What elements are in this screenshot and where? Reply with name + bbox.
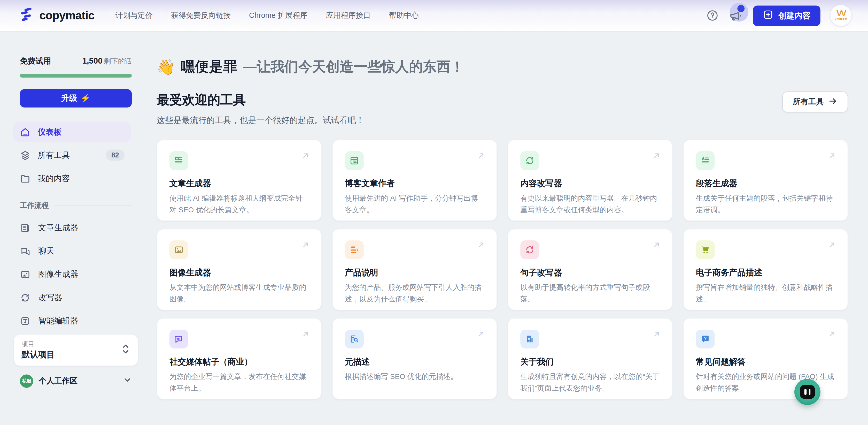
sentence-rewriter-icon	[520, 240, 539, 259]
nav-chrome-extension[interactable]: Chrome 扩展程序	[249, 10, 308, 21]
tool-card-description: 以有助于提高转化率的方式重写句子或段落。	[520, 282, 660, 305]
tool-card-sentence-rewriter[interactable]: 句子改写器 以有助于提高转化率的方式重写句子或段落。	[507, 229, 673, 310]
tool-card-faq[interactable]: ? 常见问题解答 针对有关您的业务或网站的问题 (FAQ) 生成创造性的答案。	[683, 318, 848, 399]
tool-card-content-rewriter[interactable]: 内容改写器 有史以来最聪明的内容重写器。在几秒钟内重写博客文章或任何类型的内容。	[507, 140, 673, 221]
sidebar-item-article-generator[interactable]: 文章生成器	[13, 216, 131, 239]
sidebar-item-label: 聊天	[38, 246, 54, 256]
open-tool-arrow-icon	[652, 240, 661, 252]
logo-wordmark: copymatic	[39, 9, 94, 22]
tool-card-about-us[interactable]: 关于我们 生成独特且富有创意的内容，以在您的“关于我们”页面上代表您的业务。	[507, 318, 673, 399]
open-tool-arrow-icon	[476, 240, 486, 252]
article-icon	[20, 222, 30, 233]
create-content-button[interactable]: 创建内容	[753, 5, 820, 26]
help-icon[interactable]	[706, 9, 718, 22]
tools-count-badge: 82	[106, 150, 125, 161]
announcements-icon[interactable]	[728, 8, 743, 23]
tool-card-title: 常见问题解答	[696, 357, 835, 367]
sidebar-item-image-generator[interactable]: 图像生成器	[13, 263, 131, 286]
sidebar-item-dashboard[interactable]: 仪表板	[13, 122, 131, 142]
image-icon	[20, 269, 30, 280]
nav-help-center[interactable]: 帮助中心	[389, 10, 419, 21]
tool-card-description: 使用此 AI 编辑器将标题和大纲变成完全针对 SEO 优化的长篇文章。	[169, 193, 309, 216]
copymatic-logo[interactable]: copymatic	[20, 7, 94, 24]
tool-card-description: 生成独特且富有创意的内容，以在您的“关于我们”页面上代表您的业务。	[520, 371, 660, 394]
tool-card-product-description[interactable]: 产品说明 为您的产品、服务或网站写下引人入胜的描述，以及为什么值得购买。	[332, 229, 497, 310]
paragraph-generator-icon	[696, 151, 715, 170]
project-info: 项目 默认项目	[22, 340, 55, 360]
popular-tools-titles: 最受欢迎的工具 这些是最流行的工具，也是一个很好的起点。试试看吧！	[157, 91, 364, 126]
plan-row: 免费试用 1,500剩下的话	[20, 57, 132, 67]
header-actions: 创建内容 VV 无知博是罪	[706, 5, 851, 26]
sidebar-item-label: 图像生成器	[38, 269, 78, 280]
chat-widget-button[interactable]	[795, 379, 820, 405]
image-generator-icon	[169, 240, 188, 259]
open-tool-arrow-icon	[476, 151, 486, 162]
project-selector[interactable]: 项目 默认项目	[13, 334, 138, 366]
folder-icon	[20, 173, 30, 184]
workspace-label: 个人工作区	[39, 376, 78, 386]
tool-card-title: 博客文章作者	[345, 178, 485, 189]
greeting-message: —让我们今天创造一些惊人的东西！	[243, 58, 464, 76]
plan-name: 免费试用	[20, 57, 51, 67]
sidebar-item-rewriter[interactable]: 改写器	[13, 286, 131, 309]
tool-card-paragraph-generator[interactable]: 段落生成器 生成关于任何主题的段落，包括关键字和特定语调。	[683, 140, 848, 221]
avatar-logo-mark: VV	[836, 10, 845, 16]
popular-tools-header: 最受欢迎的工具 这些是最流行的工具，也是一个很好的起点。试试看吧！ 所有工具	[157, 91, 848, 126]
upgrade-label: 升级	[61, 93, 77, 104]
meta-description-icon	[345, 330, 364, 348]
open-tool-arrow-icon	[476, 330, 486, 341]
nav-api[interactable]: 应用程序接口	[326, 10, 371, 21]
robot-face-icon	[800, 385, 815, 399]
tool-card-article-generator[interactable]: 文章生成器 使用此 AI 编辑器将标题和大纲变成完全针对 SEO 优化的长篇文章…	[157, 140, 322, 221]
tool-card-meta-description[interactable]: 元描述 根据描述编写 SEO 优化的元描述。	[332, 318, 497, 399]
all-tools-label: 所有工具	[793, 97, 824, 107]
tools-grid: 文章生成器 使用此 AI 编辑器将标题和大纲变成完全针对 SEO 优化的长篇文章…	[157, 140, 848, 399]
sidebar-menu: 仪表板 所有工具 82 我的内容	[13, 122, 131, 188]
tool-card-title: 元描述	[345, 357, 485, 367]
question-bubble-icon: ?	[696, 330, 715, 348]
sidebar-item-chat[interactable]: 聊天	[13, 239, 131, 263]
sidebar-item-label: 所有工具	[38, 150, 70, 161]
workspace-selector[interactable]: 私服 个人工作区	[20, 375, 132, 388]
open-tool-arrow-icon	[301, 151, 310, 162]
user-avatar[interactable]: VV 无知博是罪	[830, 5, 851, 26]
open-tool-arrow-icon	[828, 151, 836, 162]
wave-emoji: 👋	[157, 58, 175, 76]
project-label: 项目	[22, 340, 55, 348]
chat-icon	[20, 246, 30, 256]
arrow-right-icon	[828, 96, 838, 108]
sidebar-item-all-tools[interactable]: 所有工具 82	[13, 145, 131, 165]
blog-writer-icon	[345, 151, 364, 170]
nav-plans-pricing[interactable]: 计划与定价	[116, 10, 153, 21]
open-tool-arrow-icon	[828, 330, 836, 341]
sidebar-item-smart-editor[interactable]: 智能编辑器	[13, 309, 131, 333]
tool-card-title: 句子改写器	[520, 267, 660, 278]
main-nav: 计划与定价 获得免费反向链接 Chrome 扩展程序 应用程序接口 帮助中心	[116, 10, 419, 21]
nav-free-backlinks[interactable]: 获得免费反向链接	[171, 10, 231, 21]
tool-card-description: 撰写旨在增加销量的独特、创意和战略性描述。	[696, 282, 835, 305]
tool-card-title: 图像生成器	[169, 267, 309, 278]
tool-card-description: 为您的产品、服务或网站写下引人入胜的描述，以及为什么值得购买。	[345, 282, 485, 305]
open-tool-arrow-icon	[652, 330, 661, 341]
all-tools-button[interactable]: 所有工具	[782, 91, 848, 112]
home-icon	[20, 127, 30, 137]
greeting-heading: 👋 嘿便是罪 —让我们今天创造一些惊人的东西！	[157, 58, 848, 76]
upgrade-button[interactable]: 升级 ⚡	[20, 89, 132, 108]
open-tool-arrow-icon	[652, 151, 661, 162]
workspace-badge: 私服	[20, 375, 33, 388]
tool-card-title: 段落生成器	[696, 178, 835, 189]
tool-card-title: 电子商务产品描述	[696, 267, 835, 278]
tool-card-social-media-post[interactable]: 社交媒体帖子（商业） 为您的企业写一篇文章，发布在任何社交媒体平台上。	[157, 318, 322, 399]
chevron-down-icon	[123, 376, 132, 387]
text-editor-icon	[20, 315, 30, 326]
content-rewriter-icon	[520, 151, 539, 170]
open-tool-arrow-icon	[301, 330, 310, 341]
tool-card-title: 社交媒体帖子（商业）	[169, 357, 309, 367]
tool-card-description: 为您的企业写一篇文章，发布在任何社交媒体平台上。	[169, 371, 309, 394]
sidebar-item-my-content[interactable]: 我的内容	[13, 168, 131, 188]
tool-card-image-generator[interactable]: 图像生成器 从文本中为您的网站或博客生成专业品质的图像。	[157, 229, 322, 310]
section-title: 最受欢迎的工具	[157, 91, 364, 109]
top-header: copymatic 计划与定价 获得免费反向链接 Chrome 扩展程序 应用程…	[0, 0, 868, 32]
tool-card-blog-writer[interactable]: 博客文章作者 使用最先进的 AI 写作助手，分分钟写出博客文章。	[332, 140, 497, 221]
tool-card-ecommerce-description[interactable]: 电子商务产品描述 撰写旨在增加销量的独特、创意和战略性描述。	[683, 229, 848, 310]
